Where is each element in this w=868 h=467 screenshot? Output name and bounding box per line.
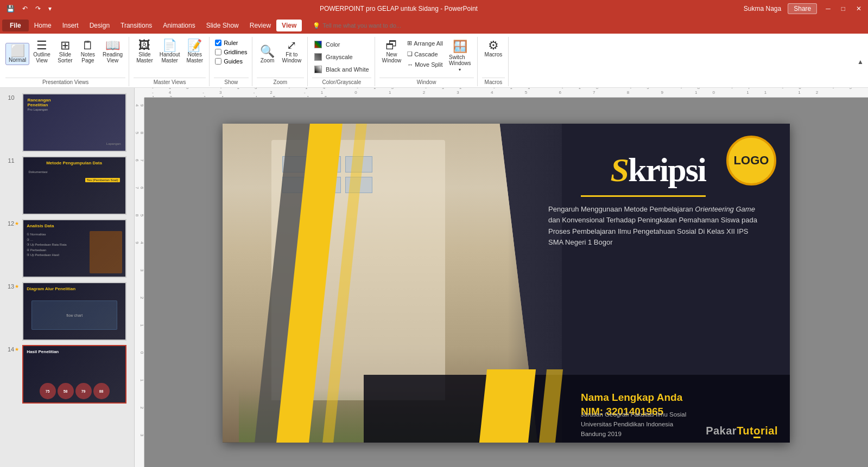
color-grayscale-label: Color/Grayscale [312,78,371,85]
arrange-all-button[interactable]: ⊞ Arrange All [405,38,445,48]
quick-access-toolbar: 💾 ↶ ↷ ▾ [4,4,54,14]
notes-page-button[interactable]: 🗒 NotesPage [77,38,99,65]
close-button[interactable]: ✕ [854,4,864,14]
master-views-group: 🖼 SlideMaster 📄 HandoutMaster 📝 NotesMas… [130,37,210,86]
slide-thumb-11: Metode Pengumpulan Data Dokumentasi Tes … [22,156,126,215]
slide-thumb-14: Hasil Penelitian 75 58 79 88 [22,345,126,404]
main-area: 10 Rancangan Penelitian Pro Lapangan Lap… [0,88,868,467]
title-underline [581,195,706,197]
customize-qa-button[interactable]: ▾ [46,4,54,14]
slide-panel: 10 Rancangan Penelitian Pro Lapangan Lap… [0,88,135,467]
redo-button[interactable]: ↷ [33,4,43,14]
grayscale-button[interactable]: Grayscale [312,52,371,62]
deco-para-1 [479,369,536,443]
slide-thumb-12: Analisis Data ① Normalitas② ...③ Uji Per… [22,219,126,278]
move-split-button[interactable]: ↔ Move Split [405,60,445,69]
slide-number-11: 11 [8,156,19,164]
slide-master-button[interactable]: 🖼 SlideMaster [134,38,156,65]
gridlines-checkbox[interactable]: Gridlines [214,48,248,56]
switch-windows-button[interactable]: 🪟 SwitchWindows ▾ [446,38,474,73]
guides-checkbox[interactable]: Guides [214,57,248,65]
slide-item-11[interactable]: 11 Metode Pengumpulan Data Dokumentasi T… [7,154,128,217]
slide-master-icon: 🖼 [138,40,150,52]
reading-view-button[interactable]: 📖 ReadingView [100,38,125,65]
show-group: Ruler Gridlines Guides Show [211,37,252,86]
macros-label: Macros [482,78,505,85]
ruler-horizontal: -16 -15 -14 -13 -12 -11 -10 -9 -8 -7 -6 … [144,88,868,98]
color-grayscale-group: Color Grayscale Black and White Color/Gr… [309,37,375,86]
user-name: Sukma Naga [744,5,781,12]
macros-icon: ⚙ [488,40,499,52]
color-icon [314,41,322,48]
menu-transitions[interactable]: Transitions [115,20,157,31]
slide-number-12: 12 ★ [8,219,19,227]
slide-sorter-button[interactable]: ⊞ SlideSorter [54,38,76,65]
window-group: 🗗 NewWindow ⊞ Arrange All ❏ Cascade ↔ Mo… [376,37,478,86]
slide-item-12[interactable]: 12 ★ Analisis Data ① Normalitas② ...③ Uj… [7,217,128,280]
pakar-tutorial-text: PakarTutorial [706,425,778,437]
presentation-views-label: Presentation Views [5,78,125,85]
slide-number-10: 10 [8,93,19,101]
tell-me-input[interactable] [322,22,420,29]
zoom-group: 🔍 Zoom ⤢ Fit toWindow Zoom [254,37,308,86]
ruler-vertical: 9 8 7 6 5 4 3 2 1 0 1 2 3 4 5 6 7 8 9 [135,98,144,467]
menu-slideshow[interactable]: Slide Show [201,20,244,31]
macros-group: ⚙ Macros Macros [479,37,509,86]
bw-icon [314,66,322,73]
ribbon: ⬜ Normal ☰ OutlineView ⊞ SlideSorter 🗒 N… [0,34,868,88]
grayscale-icon [314,53,322,61]
slide-thumb-10: Rancangan Penelitian Pro Lapangan Lapang… [22,93,126,152]
reading-view-icon: 📖 [105,40,120,52]
save-button[interactable]: 💾 [4,4,17,14]
maximize-button[interactable]: □ [839,4,847,14]
undo-button[interactable]: ↶ [20,4,30,14]
new-window-button[interactable]: 🗗 NewWindow [379,38,404,65]
handout-master-icon: 📄 [162,40,177,52]
cascade-icon: ❏ [407,50,413,57]
menu-bar: File Home Insert Design Transitions Anim… [0,17,868,34]
minimize-button[interactable]: ─ [823,4,833,14]
macros-button[interactable]: ⚙ Macros [482,38,505,59]
menu-view[interactable]: View [276,20,302,31]
menu-insert[interactable]: Insert [57,20,84,31]
logo-circle: LOGO [726,136,776,185]
normal-view-button[interactable]: ⬜ Normal [5,43,29,65]
normal-view-icon: ⬜ [10,45,25,57]
zoom-icon: 🔍 [260,46,275,57]
cascade-button[interactable]: ❏ Cascade [405,49,445,59]
outline-view-button[interactable]: ☰ OutlineView [30,38,53,65]
thumbnail-area: 10 Rancangan Penelitian Pro Lapangan Lap… [2,90,132,406]
outline-view-icon: ☰ [36,40,47,52]
ribbon-collapse-button[interactable]: ▲ [857,58,864,66]
presentation-views-group: ⬜ Normal ☰ OutlineView ⊞ SlideSorter 🗒 N… [2,37,129,86]
zoom-label: Zoom [257,78,305,85]
slide-item-14[interactable]: 14 ★ Hasil Penelitian 75 58 79 88 [7,343,128,406]
arrange-icon: ⊞ [407,40,412,47]
black-white-button[interactable]: Black and White [312,64,371,75]
slide-item-13[interactable]: 13 ★ Diagram Alur Penelitian flow chart [7,280,128,343]
show-label: Show [214,78,248,85]
share-button[interactable]: Share [788,3,817,14]
notes-page-icon: 🗒 [82,40,94,52]
ruler-checkbox[interactable]: Ruler [214,39,248,47]
window-label: Window [379,78,474,85]
window-title: POWERPOINT pro GELAP untuk Sidang - Powe… [54,5,744,12]
tell-me-icon: 💡 [313,22,320,29]
menu-design[interactable]: Design [84,20,115,31]
slide-sorter-icon: ⊞ [60,40,70,52]
notes-master-button[interactable]: 📝 NotesMaster [184,38,206,65]
color-button[interactable]: Color [312,39,371,50]
slide-thumb-13: Diagram Alur Penelitian flow chart [22,282,126,341]
menu-home[interactable]: Home [29,20,57,31]
move-split-icon: ↔ [407,61,413,68]
slide-item-10[interactable]: 10 Rancangan Penelitian Pro Lapangan Lap… [7,91,128,154]
menu-file[interactable]: File [2,20,29,31]
slide-name: Nama Lengkap Anda [581,392,682,404]
menu-animations[interactable]: Animations [157,20,200,31]
menu-review[interactable]: Review [244,20,276,31]
handout-master-button[interactable]: 📄 HandoutMaster [157,38,183,65]
slide-institution: Jurusan Geografi Fakultas Ilmu Sosial Un… [581,410,686,439]
fit-to-window-button[interactable]: ⤢ Fit toWindow [280,38,305,65]
slide-canvas[interactable]: Skripsi Pengaruh Menggunaan Metode Pembe… [223,124,790,443]
zoom-button[interactable]: 🔍 Zoom [257,44,278,65]
